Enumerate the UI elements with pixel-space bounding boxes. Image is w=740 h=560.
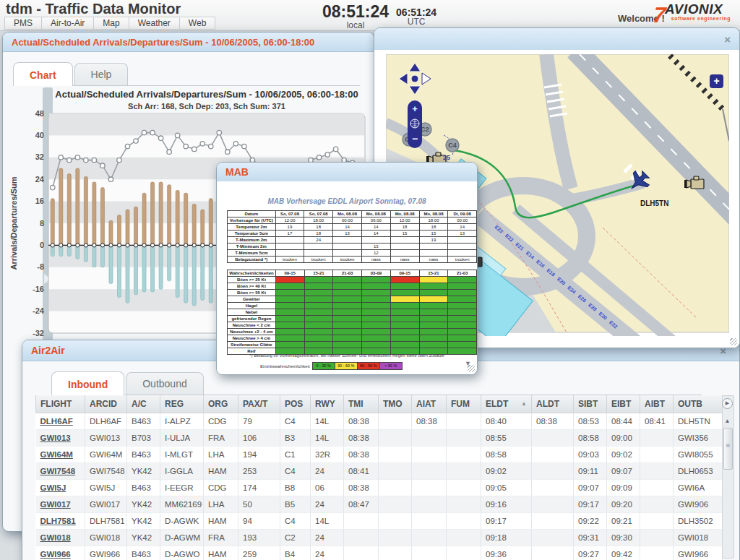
flight-link[interactable]: GWI64M — [40, 450, 73, 459]
flight-row-GWI64M[interactable]: GWI64MGWI64MB463I-MLGTLHA194C132R08:3808… — [36, 447, 723, 463]
mab-prob-cell — [419, 277, 448, 283]
menu-air-to-air[interactable]: Air-to-Air — [41, 17, 93, 30]
chart-tab-chart[interactable]: Chart — [13, 62, 73, 86]
scrollbar-thumb[interactable] — [723, 428, 733, 470]
col-header-pos[interactable]: POS — [280, 395, 311, 413]
mab-row-label: Neuschnee > 4 cm — [228, 335, 276, 342]
cell-tmo — [379, 463, 412, 480]
menu-pms[interactable]: PMS — [4, 17, 41, 30]
flight-row-GWI7548[interactable]: GWI7548GWI7548YK42I-GGLAHAM253C42408:410… — [36, 463, 723, 480]
flight-link[interactable]: DLH7581 — [40, 517, 76, 525]
add-overlay-button[interactable]: + — [710, 74, 723, 88]
cell-reg: D-AGWO — [160, 546, 204, 560]
cell-eldt: 08:40 — [481, 413, 532, 430]
zoom-control[interactable]: + − — [408, 100, 422, 148]
menu-weather[interactable]: Weather — [129, 17, 179, 30]
zoom-out-icon[interactable]: − — [412, 133, 418, 145]
chart-window-titlebar[interactable]: Actual/Scheduled Arrivals/Departures/Sum… — [3, 33, 374, 52]
cell-sibt: 09:31 — [574, 530, 607, 546]
flight-link[interactable]: GWI5J — [40, 483, 66, 492]
air2air-tab-inbound[interactable]: Inbound — [51, 371, 124, 395]
mab-cell — [448, 244, 477, 250]
col-header-outb[interactable]: OUTB — [674, 395, 723, 413]
col-header-a-c[interactable]: A/C — [127, 395, 160, 413]
mab-cell — [275, 237, 304, 244]
flight-row-DLH7581[interactable]: DLH7581DLH7581YK42D-AGWKHAM94C414L09:170… — [36, 513, 723, 530]
mab-prob-cell — [304, 342, 333, 348]
pan-center[interactable] — [411, 75, 418, 82]
zoom-in-icon[interactable]: + — [412, 103, 418, 114]
cell-tmi: 08:47 — [344, 496, 379, 513]
col-header-rwy[interactable]: RWY — [311, 395, 344, 413]
cell-pax-t: 50 — [238, 496, 280, 513]
air2air-tab-outbound[interactable]: Outbound — [126, 372, 204, 395]
gate-C4[interactable]: C4 — [446, 139, 459, 152]
mab-row-label: Streifenweise Glätte — [228, 342, 276, 348]
flight-row-DLH6AF[interactable]: DLH6AFDLH6AFB463I-ALPZCDG79C414L08:3808:… — [36, 413, 723, 430]
col-header-flight[interactable]: FLIGHT — [36, 395, 85, 413]
col-header-sibt[interactable]: SIBT — [574, 395, 607, 413]
col-header-aiat[interactable]: AIAT — [412, 395, 447, 413]
cell-aldt — [532, 513, 574, 530]
flight-link[interactable]: GWI966 — [40, 550, 71, 559]
cell-outb: DLH3502 — [674, 513, 723, 530]
flight-link[interactable]: GWI018 — [40, 533, 71, 542]
mab-prob-cell — [448, 277, 477, 283]
flight-link[interactable]: DLH6AF — [40, 417, 73, 426]
col-header-aibt[interactable]: AIBT — [640, 395, 674, 413]
mab-col-header: Mo, 08.08 — [333, 211, 362, 217]
mab-prob-cell — [304, 296, 333, 303]
col-header-reg[interactable]: REG — [160, 395, 204, 413]
flight-row-GWI5J[interactable]: GWI5JGWI5JB463I-EEGRCDG174B80608:3809:05… — [36, 480, 723, 496]
cell-pos: C4 — [280, 513, 311, 530]
chart-tab-help[interactable]: Help — [74, 63, 129, 85]
mab-titlebar[interactable]: MAB — [217, 163, 477, 182]
flight-row-GWI013[interactable]: GWI013GWI013B703I-ULJAFRA106B314L08:3808… — [36, 430, 723, 447]
mab-col-header: 21-03 — [333, 270, 362, 277]
cell-aldt — [532, 546, 574, 560]
flight-row-GWI018[interactable]: GWI018GWI018YK42D-AGWMFRA193C22409:1809:… — [36, 530, 723, 546]
gate-25[interactable]: 25 — [443, 154, 450, 161]
mab-prob-cell — [333, 303, 362, 309]
flight-link[interactable]: GWI013 — [40, 434, 71, 442]
cell-eldt: 08:58 — [481, 447, 532, 463]
flight-link[interactable]: GWI7548 — [40, 467, 76, 475]
mab-cell — [448, 237, 477, 244]
plus-icon: + — [713, 75, 719, 87]
mab-col-header: 21-03 — [448, 270, 477, 277]
mab-body: MAB Vorhersage EDDL Airport Sonntag, 07.… — [217, 181, 477, 374]
cell-tmo — [379, 413, 412, 430]
resize-grip[interactable] — [730, 338, 737, 345]
menu-web[interactable]: Web — [179, 17, 215, 30]
col-header-eibt[interactable]: EIBT — [607, 395, 640, 413]
mab-cell — [333, 244, 362, 250]
mab-prob-cell — [362, 290, 391, 296]
cell-flight: GWI018 — [36, 530, 85, 546]
mab-row-label: Böen >= 40 Kt — [228, 283, 276, 290]
cell-tmi — [344, 513, 379, 530]
flight-row-GWI966[interactable]: GWI966GWI966B463D-AGWOHAM259B42409:3609:… — [36, 546, 723, 560]
mab-prob-cell — [275, 322, 304, 329]
col-header-fum[interactable]: FUM — [447, 395, 481, 413]
col-header-tmi[interactable]: TMI — [344, 395, 379, 413]
cell-aldt — [532, 496, 574, 513]
table-scrollbar[interactable]: ▲ — [722, 395, 734, 559]
col-header-org[interactable]: ORG — [204, 395, 238, 413]
close-icon[interactable]: × — [724, 34, 731, 45]
col-header-eldt[interactable]: ELDT▲ — [481, 395, 532, 413]
col-header-tmo[interactable]: TMO — [379, 395, 412, 413]
col-header-arcid[interactable]: ARCID — [85, 395, 127, 413]
map-titlebar[interactable]: × — [374, 28, 739, 51]
mab-prob-cell — [390, 309, 419, 316]
flight-link[interactable]: GWI017 — [40, 500, 71, 509]
col-header-aldt[interactable]: ALDT — [532, 395, 574, 413]
resize-grip[interactable] — [468, 365, 475, 372]
cell-flight: GWI7548 — [36, 463, 85, 480]
cell-pax-t: 174 — [238, 480, 280, 496]
column-options-button[interactable]: ▶ — [722, 398, 733, 409]
flight-row-GWI017[interactable]: GWI017GWI017YK42MM62169LHA50B52408:4709:… — [36, 496, 723, 513]
menu-map[interactable]: Map — [93, 17, 128, 30]
col-header-pax-t[interactable]: PAX/T — [238, 395, 280, 413]
mab-prob-cell — [419, 296, 448, 303]
scroll-up-icon[interactable]: ▲ — [723, 418, 731, 424]
